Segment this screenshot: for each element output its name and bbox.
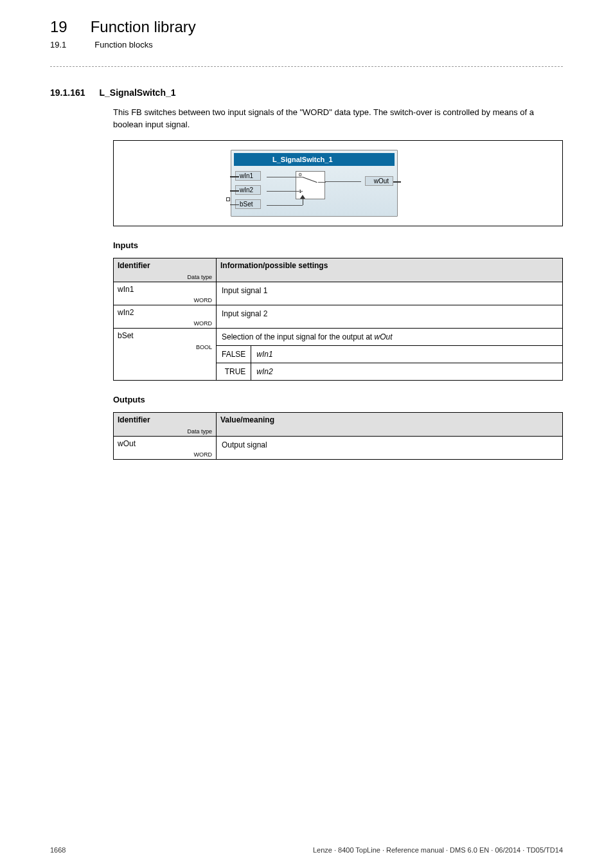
input-bset-type: BOOL (196, 344, 212, 350)
chapter-number: 19 (50, 18, 67, 36)
input-bset-id: bSet (114, 329, 216, 343)
input-row-info: Input signal 1 (217, 282, 563, 305)
function-block-diagram-frame: L_SignalSwitch_1 wIn1 wIn2 bSet 0 1 (113, 140, 563, 226)
table-header-row: Identifier Data type Information/possibl… (114, 258, 563, 282)
table-header-row: Identifier Data type Value/meaning (114, 412, 563, 436)
function-block-title-bar: L_SignalSwitch_1 (234, 153, 395, 166)
subchapter-header: 19.1 Function blocks (0, 36, 613, 50)
bset-true-val: wIn2 (251, 363, 563, 380)
table-row: wIn2 WORD Input signal 2 (114, 305, 563, 328)
inputs-header-identifier: Identifier (114, 258, 216, 273)
chapter-title: Function library (91, 18, 196, 36)
inputs-table: Identifier Data type Information/possibl… (113, 258, 563, 381)
port-wIn1: wIn1 (235, 171, 261, 181)
inputs-header-datatype: Data type (187, 274, 212, 280)
chapter-header: 19 Function library (0, 0, 613, 36)
table-row: bSet BOOL Selection of the input signal … (114, 328, 563, 345)
port-wIn1-label: wIn1 (235, 171, 261, 181)
bset-true-key: TRUE (217, 363, 251, 380)
port-bSet: bSet (235, 199, 261, 209)
output-row-info: Output signal (217, 436, 563, 459)
table-row: wIn1 WORD Input signal 1 (114, 282, 563, 305)
port-wIn2: wIn2 (235, 185, 261, 195)
bset-false-val: wIn1 (251, 345, 563, 363)
subchapter-title: Function blocks (94, 40, 152, 50)
outputs-header-datatype: Data type (187, 428, 212, 435)
page-number: 1668 (50, 846, 66, 854)
input-row-info: Input signal 2 (217, 305, 563, 328)
port-wIn2-label: wIn2 (235, 185, 261, 195)
page-footer: 1668 Lenze · 8400 TopLine · Reference ma… (50, 846, 563, 854)
port-wOut: wOut (365, 176, 393, 186)
input-row-type: WORD (194, 320, 213, 327)
bset-false-key: FALSE (217, 345, 251, 363)
port-bSet-label: bSet (235, 199, 261, 209)
outputs-heading: Outputs (0, 381, 613, 404)
outputs-header-info: Value/meaning (217, 413, 562, 427)
input-row-id: wIn1 (114, 282, 216, 296)
function-block-box: L_SignalSwitch_1 wIn1 wIn2 bSet 0 1 (231, 150, 398, 217)
outputs-header-identifier: Identifier (114, 413, 216, 427)
outputs-table: Identifier Data type Value/meaning wOut … (113, 412, 563, 460)
footer-text: Lenze · 8400 TopLine · Reference manual … (313, 846, 563, 854)
input-row-type: WORD (194, 297, 213, 303)
input-bset-info-text: Selection of the input signal for the ou… (222, 332, 375, 341)
function-block-title: L_SignalSwitch_1 (272, 156, 333, 163)
inputs-heading: Inputs (0, 226, 613, 250)
output-row-id: wOut (114, 437, 216, 451)
input-row-id: wIn2 (114, 305, 216, 320)
function-block-body: wIn1 wIn2 bSet 0 1 (231, 166, 397, 215)
section-header: 19.1.161 L_SignalSwitch_1 (0, 67, 613, 98)
section-number: 19.1.161 (50, 87, 85, 98)
section-title: L_SignalSwitch_1 (100, 87, 176, 98)
intro-paragraph: This FB switches between two input signa… (0, 98, 613, 131)
subchapter-number: 19.1 (50, 40, 66, 50)
input-bset-info: Selection of the input signal for the ou… (217, 328, 563, 345)
input-bset-info-out: wOut (375, 332, 393, 341)
switch-symbol: 0 1 (296, 171, 325, 199)
inputs-header-info: Information/possible settings (217, 258, 562, 273)
port-wOut-label: wOut (365, 176, 393, 186)
table-row: wOut WORD Output signal (114, 436, 563, 459)
output-row-type: WORD (194, 451, 213, 458)
